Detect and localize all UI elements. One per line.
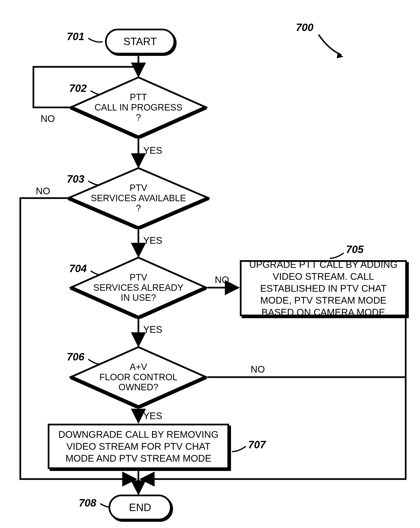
decision-706-text: A+VFLOOR CONTROLOWNED?: [69, 346, 208, 408]
end-terminator: END: [108, 495, 172, 520]
edge-704-no: NO: [215, 275, 229, 285]
decision-704-text: PTVSERVICES ALREADYIN USE?: [69, 257, 208, 319]
decision-703: PTVSERVICES AVAILABLE?: [67, 167, 210, 229]
decision-706: A+VFLOOR CONTROLOWNED?: [69, 346, 208, 408]
edge-704-yes: YES: [143, 324, 162, 335]
ref-703: 703: [67, 173, 84, 185]
ref-708: 708: [79, 497, 96, 509]
ref-707: 707: [248, 439, 266, 451]
process-705: UPGRADE PTT CALL BY ADDING VIDEO STREAM.…: [240, 260, 407, 316]
edge-702-no: NO: [41, 113, 55, 124]
edge-703-yes: YES: [143, 235, 162, 246]
decision-704: PTVSERVICES ALREADYIN USE?: [69, 257, 208, 319]
edge-702-yes: YES: [143, 145, 162, 156]
ref-706: 706: [67, 351, 84, 363]
ref-705: 705: [346, 243, 363, 255]
decision-702-text: PTTCALL IN PROGRESS?: [69, 76, 208, 138]
decision-703-text: PTVSERVICES AVAILABLE?: [67, 167, 210, 229]
edge-706-yes: YES: [143, 410, 162, 421]
edge-706-no: NO: [251, 364, 265, 375]
edge-703-no: NO: [36, 186, 50, 196]
ref-700: 700: [296, 22, 313, 33]
ref-704: 704: [69, 263, 87, 275]
start-terminator: START: [105, 29, 175, 54]
flowchart-canvas: 700 START 701 PTTCALL IN PROGRESS? 702 N…: [0, 0, 420, 528]
decision-702: PTTCALL IN PROGRESS?: [69, 76, 208, 138]
process-707: DOWNGRADE CALL BY REMOVING VIDEO STREAM …: [48, 424, 229, 469]
ref-701: 701: [67, 31, 84, 42]
ref-702: 702: [69, 82, 87, 94]
